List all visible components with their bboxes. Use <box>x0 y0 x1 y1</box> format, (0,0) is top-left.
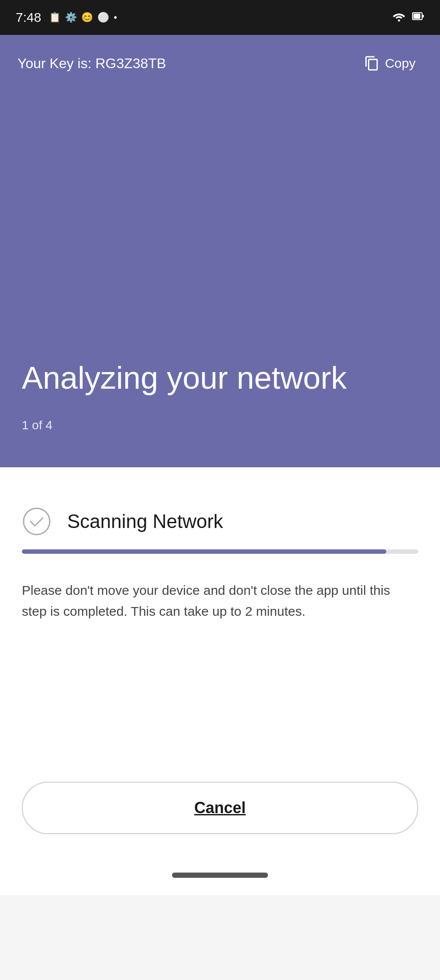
copy-label: Copy <box>385 56 416 71</box>
wifi-icon <box>392 11 406 24</box>
status-icons: 📋 ⚙️ 😊 ⚪ • <box>49 12 117 23</box>
svg-point-4 <box>24 508 50 535</box>
progress-bar-fill <box>22 549 386 554</box>
key-display: Your Key is: RG3Z38TB <box>17 55 166 72</box>
cancel-label: Cancel <box>194 799 246 817</box>
status-bar: 7:48 📋 ⚙️ 😊 ⚪ • <box>0 0 440 35</box>
status-bar-left: 7:48 📋 ⚙️ 😊 ⚪ • <box>16 10 117 25</box>
description-text: Please don't move your device and don't … <box>22 580 418 622</box>
face-icon: 😊 <box>81 12 93 23</box>
bottom-indicator <box>0 860 440 895</box>
scan-status-row: Scanning Network <box>22 507 418 536</box>
copy-button[interactable]: Copy <box>357 51 423 76</box>
progress-bar-container <box>22 549 418 554</box>
hero-section: Analyzing your network 1 of 4 <box>0 92 440 467</box>
copy-icon <box>364 55 380 71</box>
content-section: Scanning Network Please don't move your … <box>0 467 440 860</box>
home-indicator <box>172 873 268 878</box>
hero-title: Analyzing your network <box>22 359 418 397</box>
dot-icon: • <box>113 12 117 23</box>
settings-icon: ⚙️ <box>65 12 77 23</box>
key-bar: Your Key is: RG3Z38TB Copy <box>0 35 440 92</box>
svg-rect-3 <box>413 14 420 19</box>
check-circle-icon <box>22 507 52 536</box>
status-bar-right <box>392 11 424 24</box>
svg-point-0 <box>398 20 400 22</box>
svg-rect-2 <box>422 15 424 17</box>
clipboard-icon: 📋 <box>49 12 61 23</box>
scan-label: Scanning Network <box>67 511 223 532</box>
step-indicator: 1 of 4 <box>22 418 418 432</box>
status-time: 7:48 <box>16 10 41 25</box>
cancel-button[interactable]: Cancel <box>22 782 418 834</box>
battery-icon <box>412 11 424 24</box>
circle-icon: ⚪ <box>97 12 109 23</box>
